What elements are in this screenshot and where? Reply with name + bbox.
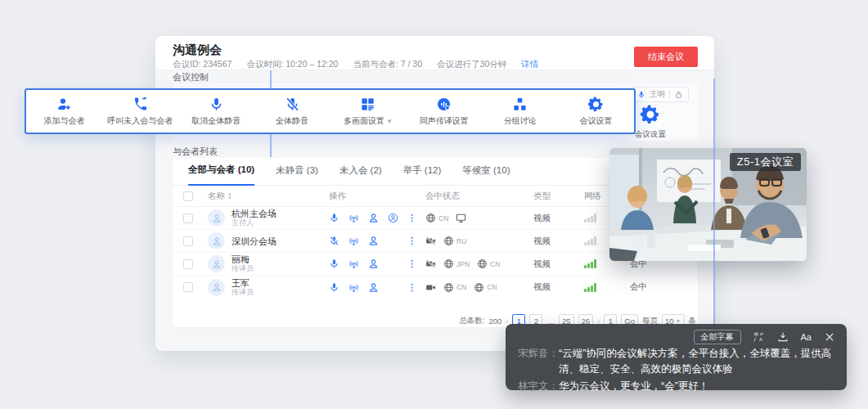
- signal-broadcast-icon[interactable]: [349, 236, 359, 246]
- video-feed[interactable]: Z5-1会议室: [609, 148, 807, 261]
- tab-waiting-room[interactable]: 等候室 (10): [462, 164, 510, 185]
- screen: 沟通例会 会议ID: 234567 会议时间: 10:20 – 12:20 当前…: [0, 0, 868, 409]
- phone-call-icon: [133, 97, 148, 112]
- subtitle-text: “云端”协同的会议解决方案，全平台接入，全球覆盖，提供高清、稳定、安全、高效的极…: [559, 346, 835, 377]
- signal-broadcast-icon[interactable]: [349, 258, 359, 269]
- participant-name: 深圳分会场: [232, 236, 277, 246]
- language-code: RU: [456, 237, 466, 245]
- detail-link[interactable]: 详情: [521, 59, 538, 70]
- tab-unmuted[interactable]: 未静音 (3): [276, 164, 318, 185]
- participant-name: 丽梅: [232, 254, 254, 264]
- gear-icon: [641, 105, 660, 124]
- language-globe-icon: [477, 258, 488, 269]
- participant-role: 传译员: [232, 264, 254, 273]
- close-icon[interactable]: [824, 331, 835, 343]
- tab-hands-raised[interactable]: 举手 (12): [403, 164, 442, 185]
- row-checkbox[interactable]: [183, 259, 193, 269]
- row-checkbox[interactable]: [183, 213, 193, 223]
- avatar: [208, 209, 225, 227]
- meeting-control-popover: 添加与会者 呼叫未入会与会者 取消全体静音 全体静音 多画面设置▼ 同声传译设置…: [25, 88, 636, 134]
- network-quality-icon: [584, 283, 630, 292]
- mute-all-button[interactable]: 全体静音: [254, 97, 331, 127]
- set-host-icon[interactable]: [368, 236, 379, 246]
- more-actions-icon[interactable]: ⋮: [407, 236, 421, 246]
- subtitle-line: 林宇文： 华为云会议，更专业，“会”更好！: [518, 379, 835, 394]
- person-add-icon: [56, 97, 72, 112]
- callout-line: [270, 134, 272, 157]
- prev-page-icon[interactable]: ‹: [506, 317, 508, 326]
- avatar: [208, 255, 225, 272]
- tab-not-joined[interactable]: 未入会 (2): [340, 164, 382, 185]
- meeting-title: 沟通例会: [173, 43, 698, 57]
- sort-icon[interactable]: ▲▼: [227, 192, 232, 200]
- call-not-joined-button[interactable]: 呼叫未入会与会者: [102, 97, 178, 127]
- grid-layout-icon: [360, 97, 376, 112]
- participant-name: 王军: [232, 278, 254, 288]
- participant-type: 视频: [533, 258, 584, 270]
- tab-all-participants[interactable]: 全部与会者 (10): [188, 164, 254, 186]
- all-subtitles-button[interactable]: 全部字幕: [694, 330, 741, 344]
- table-row: 王军传译员 ⋮ CN CN 视频 会中: [173, 276, 698, 299]
- set-host-icon[interactable]: [368, 258, 379, 269]
- total-count-label: 总条数:: [459, 316, 484, 326]
- language-code: CN: [456, 283, 466, 291]
- lock-icon[interactable]: [674, 90, 683, 99]
- participant-role: 主持人: [232, 218, 277, 227]
- language-globe-icon: [443, 282, 454, 293]
- unmute-all-button[interactable]: 取消全体静音: [178, 97, 254, 127]
- window-header: 沟通例会 会议ID: 234567 会议时间: 10:20 – 12:20 当前…: [155, 36, 714, 70]
- mute-icon[interactable]: [329, 282, 340, 293]
- total-count-value: 200: [488, 317, 501, 326]
- multi-picture-settings-button[interactable]: 多画面设置▼: [331, 97, 407, 127]
- camera-off-icon: [425, 236, 436, 246]
- control-section-label: 会议控制: [173, 71, 209, 83]
- subtitle-controls: 全部字幕 Aa: [518, 330, 835, 344]
- callout-line: [270, 70, 272, 88]
- breakout-discussion-button[interactable]: 分组讨论: [482, 97, 558, 127]
- col-status: 会中状态: [425, 191, 533, 202]
- signal-broadcast-icon[interactable]: [349, 282, 359, 293]
- subtitle-line: 宋辉音： “云端”协同的会议解决方案，全平台接入，全球覆盖，提供高清、稳定、安全…: [518, 346, 835, 377]
- row-checkbox[interactable]: [183, 236, 193, 246]
- col-type: 类型: [533, 191, 584, 202]
- download-icon[interactable]: [777, 331, 789, 343]
- end-meeting-button[interactable]: 结束会议: [634, 47, 698, 67]
- language-code: CN: [438, 214, 448, 222]
- chevron-down-icon: ▼: [386, 118, 393, 125]
- signal-broadcast-icon[interactable]: [349, 213, 359, 223]
- translate-icon[interactable]: [753, 331, 765, 343]
- camera-on-icon: [425, 282, 436, 293]
- select-all-checkbox[interactable]: [183, 191, 193, 201]
- meeting-settings-button[interactable]: 会议设置: [558, 97, 634, 127]
- speaker-name: 林宇文：: [518, 379, 559, 394]
- interpretation-settings-button[interactable]: 同声传译设置: [406, 97, 482, 127]
- screen-share-icon: [456, 213, 466, 223]
- gear-icon: [588, 97, 604, 112]
- more-actions-icon[interactable]: ⋮: [407, 282, 421, 293]
- font-size-button[interactable]: Aa: [801, 331, 812, 343]
- language-globe-icon: [443, 258, 454, 269]
- more-actions-icon[interactable]: ⋮: [407, 258, 421, 269]
- set-host-icon[interactable]: [368, 213, 379, 223]
- subtitle-bar: 全部字幕 Aa 宋辉音： “云端”协同的会议解决方案，全平台接入，全球覆盖，提供…: [506, 324, 847, 390]
- language-globe-icon: [474, 282, 484, 293]
- more-actions-icon[interactable]: ⋮: [407, 213, 421, 223]
- col-name: 名称▲▼: [208, 191, 329, 202]
- row-checkbox[interactable]: [183, 282, 193, 292]
- col-operation: 操作: [329, 191, 425, 202]
- set-host-icon[interactable]: [368, 282, 379, 293]
- add-participant-button[interactable]: 添加与会者: [26, 97, 102, 127]
- language-globe-icon: [443, 236, 454, 246]
- speaker-name: 宋辉音：: [518, 346, 559, 377]
- language-globe-icon: [425, 213, 436, 223]
- mute-icon[interactable]: [329, 236, 340, 246]
- meeting-meta: 会议ID: 234567 会议时间: 10:20 – 12:20 当前与会者: …: [173, 59, 698, 70]
- mute-icon[interactable]: [329, 258, 340, 269]
- callout-line: [713, 79, 715, 352]
- mute-icon[interactable]: [329, 213, 340, 223]
- mic-icon: [209, 97, 224, 112]
- call-participant-icon[interactable]: [388, 213, 398, 223]
- elapsed-time: 会议进行了30分钟: [437, 59, 506, 70]
- divider: [669, 90, 670, 99]
- participant-type: 视频: [533, 236, 584, 247]
